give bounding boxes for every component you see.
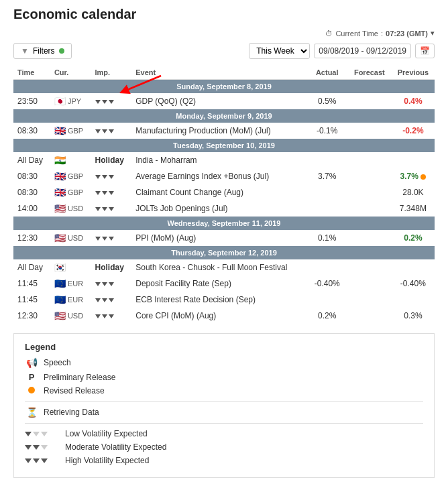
time-cell: All Day xyxy=(13,259,50,275)
filter-icon: ▼ xyxy=(21,46,29,56)
forecast-cell xyxy=(347,200,392,217)
table-row: 08:30🇬🇧GBPAverage Earnings Index +Bonus … xyxy=(13,168,435,184)
time-cell: 23:50 xyxy=(13,93,50,109)
col-forecast: Forecast xyxy=(347,66,392,80)
low-vol-label: Low Volatility Expected xyxy=(65,429,148,438)
currency-cell: 🇺🇸USD xyxy=(50,200,91,217)
currency-cell: 🇰🇷 xyxy=(50,259,91,275)
importance-cell xyxy=(91,308,132,324)
currency-cell: 🇯🇵JPY xyxy=(50,93,91,109)
event-cell: Manufacturing Production (MoM) (Jul) xyxy=(131,123,306,139)
table-row: 11:45🇪🇺EURECB Interest Rate Decision (Se… xyxy=(13,292,435,308)
table-row: 08:30🇬🇧GBPClaimant Count Change (Aug)28.… xyxy=(13,184,435,200)
actual-cell xyxy=(307,292,347,308)
importance-cell xyxy=(91,275,132,292)
section-date: Wednesday, September 11, 2019 xyxy=(13,217,435,230)
forecast-cell xyxy=(347,292,392,308)
time-cell: All Day xyxy=(13,152,50,168)
importance-cell xyxy=(91,93,132,109)
importance-cell: Holiday xyxy=(91,259,132,275)
legend-preliminary-label: Preliminary Release xyxy=(44,373,115,382)
legend-mod-vol: Moderate Volatility Expected xyxy=(25,442,423,452)
forecast-cell xyxy=(347,152,392,168)
previous-cell: 3.7% xyxy=(392,168,435,184)
event-cell: Core CPI (MoM) (Aug) xyxy=(131,308,306,324)
currency-cell: 🇺🇸USD xyxy=(50,308,91,324)
section-header: Monday, September 9, 2019 xyxy=(13,109,435,123)
mod-vol-icons xyxy=(25,445,60,450)
forecast-cell xyxy=(347,308,392,324)
event-cell: India - Moharram xyxy=(131,152,306,168)
event-cell: Claimant Count Change (Aug) xyxy=(131,184,306,200)
previous-cell: -0.2% xyxy=(392,123,435,139)
actual-cell: 0.5% xyxy=(307,93,347,109)
col-importance: Imp. xyxy=(91,66,132,80)
section-header: Sunday, September 8, 2019 xyxy=(13,80,435,94)
currency-cell: 🇮🇳 xyxy=(50,152,91,168)
legend-retrieving-label: Retrieving Data xyxy=(44,408,99,417)
hourglass-icon: ⏳ xyxy=(25,407,38,418)
time-cell: 08:30 xyxy=(13,184,50,200)
importance-cell xyxy=(91,184,132,200)
chevron-down-icon: ▾ xyxy=(431,29,435,38)
time-cell: 14:00 xyxy=(13,200,50,217)
currency-cell: 🇺🇸USD xyxy=(50,230,91,246)
time-cell: 08:30 xyxy=(13,123,50,139)
importance-cell xyxy=(91,168,132,184)
previous-cell: -0.40% xyxy=(392,275,435,292)
forecast-cell xyxy=(347,93,392,109)
actual-cell xyxy=(307,259,347,275)
actual-cell: 0.1% xyxy=(307,230,347,246)
table-row: 14:00🇺🇸USDJOLTs Job Openings (Jul)7.348M xyxy=(13,200,435,217)
clock-icon: ⏱ xyxy=(325,29,333,38)
importance-cell: Holiday xyxy=(91,152,132,168)
actual-cell: 0.2% xyxy=(307,308,347,324)
previous-cell: 28.0K xyxy=(392,184,435,200)
legend-speech-label: Speech xyxy=(44,358,71,367)
actual-cell xyxy=(307,152,347,168)
low-vol-icons xyxy=(25,432,60,436)
legend-revised-label: Revised Release xyxy=(44,386,105,395)
importance-cell xyxy=(91,123,132,139)
event-cell: South Korea - Chusok - Full Moon Festiva… xyxy=(131,259,306,275)
forecast-cell xyxy=(347,230,392,246)
section-date: Monday, September 9, 2019 xyxy=(13,109,435,123)
economic-calendar-table: Time Cur. Imp. Event Actual Forecast Pre… xyxy=(13,66,435,324)
time-cell: 08:30 xyxy=(13,168,50,184)
legend-divider2 xyxy=(25,423,423,424)
currency-cell: 🇬🇧GBP xyxy=(50,168,91,184)
col-previous: Previous xyxy=(392,66,435,80)
forecast-cell xyxy=(347,123,392,139)
actual-cell: -0.40% xyxy=(307,275,347,292)
actual-cell: -0.1% xyxy=(307,123,347,139)
previous-cell: 0.2% xyxy=(392,230,435,246)
currency-cell: 🇬🇧GBP xyxy=(50,123,91,139)
col-time: Time xyxy=(13,66,50,80)
event-cell: Deposit Facility Rate (Sep) xyxy=(131,275,306,292)
section-header: Wednesday, September 11, 2019 xyxy=(13,217,435,230)
event-cell: PPI (MoM) (Aug) xyxy=(131,230,306,246)
filter-active-dot xyxy=(59,48,64,54)
actual-cell: 3.7% xyxy=(307,168,347,184)
legend-high-vol: High Volatility Expected xyxy=(25,456,423,465)
table-header-row: Time Cur. Imp. Event Actual Forecast Pre… xyxy=(13,66,435,80)
section-header: Thursday, September 12, 2019 xyxy=(13,246,435,259)
section-date: Sunday, September 8, 2019 xyxy=(13,80,435,94)
previous-cell: 7.348M xyxy=(392,200,435,217)
forecast-cell xyxy=(347,184,392,200)
calendar-icon[interactable]: 📅 xyxy=(415,44,435,58)
table-row: All Day🇰🇷HolidaySouth Korea - Chusok - F… xyxy=(13,259,435,275)
previous-cell xyxy=(392,259,435,275)
filters-button[interactable]: ▼ Filters xyxy=(13,43,72,59)
event-cell: Average Earnings Index +Bonus (Jul) xyxy=(131,168,306,184)
legend-revised: Revised Release xyxy=(25,386,423,395)
previous-cell: 0.4% xyxy=(392,93,435,109)
high-vol-label: High Volatility Expected xyxy=(65,456,149,465)
section-date: Tuesday, September 10, 2019 xyxy=(13,139,435,152)
date-range: 09/08/2019 - 09/12/2019 xyxy=(314,44,411,58)
legend-title: Legend xyxy=(25,342,423,352)
table-row: All Day🇮🇳HolidayIndia - Moharram xyxy=(13,152,435,168)
section-date: Thursday, September 12, 2019 xyxy=(13,246,435,259)
week-select[interactable]: This Week xyxy=(249,43,310,59)
previous-cell: 0.3% xyxy=(392,308,435,324)
